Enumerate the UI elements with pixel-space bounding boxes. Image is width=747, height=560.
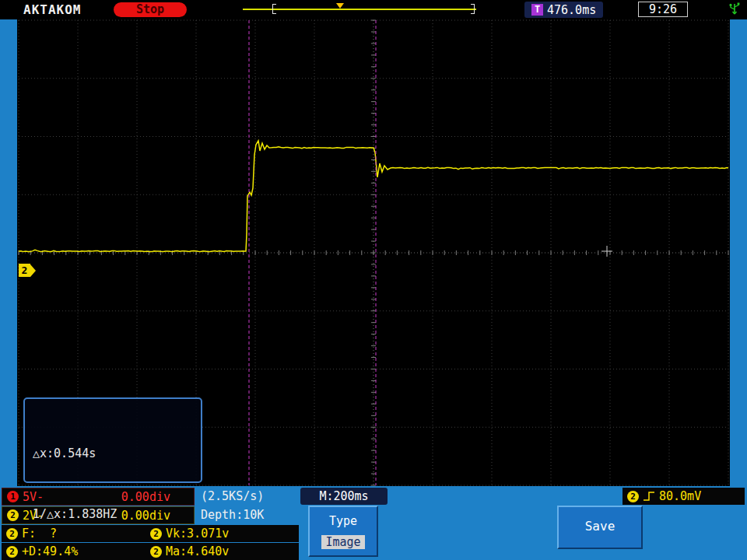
channel1-badge: 1	[7, 491, 19, 502]
trigger-position-marker-icon[interactable]	[336, 3, 344, 9]
usb-icon	[728, 2, 741, 19]
clock: 9:26	[638, 2, 688, 17]
measure-channel-badge: 2	[6, 528, 18, 540]
trigger-icon: T	[531, 4, 543, 16]
trigger-position-bar[interactable]	[243, 3, 476, 16]
brand-logo: AKTAKOM	[23, 2, 81, 17]
oscilloscope-ui: AKTAKOM Stop T 476.0ms 9:26	[0, 0, 747, 560]
type-button-label: Type	[310, 514, 377, 528]
cursor-delta-x: △x:0.544s	[33, 443, 201, 464]
channel2-marker-label: 2	[19, 264, 30, 277]
trigger-time-display: T 476.0ms	[524, 2, 603, 18]
rising-edge-icon	[643, 491, 655, 502]
top-bar: AKTAKOM Stop T 476.0ms 9:26	[0, 0, 747, 19]
trigger-time-value: 476.0ms	[547, 3, 596, 17]
cursor-inverse-delta-x: 1/△x:1.838HZ	[33, 504, 201, 524]
channel2-badge: 2	[7, 509, 19, 521]
sample-rate: (2.5KS/s)	[201, 488, 264, 506]
trigger-level-info: 2 80.0mV	[622, 488, 745, 505]
trigger-point-cross-icon	[601, 246, 612, 257]
run-state-badge[interactable]: Stop	[114, 2, 187, 17]
cursor-readout-panel: △x:0.544s 1/△x:1.838HZ x1:-0.484s x2:60.…	[23, 397, 202, 483]
channel2-marker-arrow-icon	[30, 264, 36, 277]
window-bracket-left-icon	[272, 4, 276, 14]
timebase-display: M:200ms	[300, 488, 388, 505]
channel2-position-marker[interactable]: 2	[19, 264, 36, 277]
window-bracket-right-icon	[471, 4, 475, 14]
type-button[interactable]: Type Image	[308, 506, 378, 557]
trigger-channel-badge: 2	[627, 491, 639, 502]
acquisition-window-line	[243, 9, 476, 10]
waveform-display: 2 △x:0.544s 1/△x:1.838HZ x1:-0.484s x2:6…	[17, 19, 730, 486]
type-button-value[interactable]: Image	[321, 535, 364, 549]
memory-depth: Depth:10K	[201, 506, 264, 524]
save-button[interactable]: Save	[557, 506, 643, 549]
measure-channel-badge: 2	[6, 546, 18, 558]
trigger-level-value: 80.0mV	[659, 489, 701, 503]
